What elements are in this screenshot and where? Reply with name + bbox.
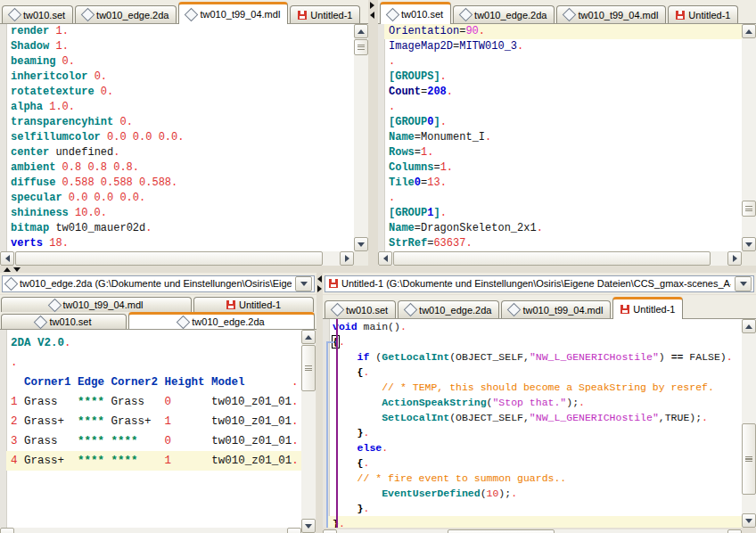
splitter-horizontal[interactable] <box>0 266 756 273</box>
collapse-left-icon[interactable] <box>317 275 322 283</box>
scroll-up-button[interactable] <box>301 330 316 344</box>
scroll-thumb[interactable] <box>354 39 368 55</box>
floppy-icon <box>620 305 629 314</box>
tab-tw010-edge-2da[interactable]: tw010_edge.2da <box>128 312 315 329</box>
collapse-up-icon[interactable] <box>4 267 11 272</box>
diamond-icon <box>563 8 577 22</box>
splitter-vertical-bottom[interactable] <box>316 273 323 533</box>
tab-label: tw010.set <box>23 10 65 20</box>
scroll-thumb[interactable] <box>448 529 555 533</box>
diamond-icon <box>177 315 191 329</box>
tab-tw010-t99-04-mdl[interactable]: tw010_t99_04.mdl <box>556 5 666 23</box>
tab-tw010-edge-2da[interactable]: tw010_edge.2da <box>398 300 499 318</box>
tab-untitled-1[interactable]: Untitled-1 <box>612 297 683 319</box>
code-line: Rows=1. <box>384 145 742 160</box>
scroll-thumb[interactable] <box>393 251 711 266</box>
file-combobox[interactable]: Untitled-1 (G:\Dokumente und Einstellung… <box>325 275 754 292</box>
scroll-left-button[interactable] <box>0 528 14 533</box>
file-path: Untitled-1 (G:\Dokumente und Einstellung… <box>341 278 731 289</box>
scroll-up-button[interactable] <box>742 24 756 38</box>
scroll-right-button[interactable] <box>287 528 301 533</box>
tab-tw010-edge-2da[interactable]: tw010_edge.2da <box>453 5 555 23</box>
scrollbar-horizontal[interactable] <box>0 528 301 533</box>
code-line: Columns=1. <box>384 160 742 176</box>
code-line: . <box>384 54 742 70</box>
tab-tw010-set[interactable]: tw010.set <box>1 314 127 329</box>
code-line: }. <box>328 501 742 516</box>
editor-window: tw010.settw010_edge.2datw010_t99_04.mdlU… <box>0 0 756 533</box>
code-line: // * TEMP, this should become a SpeakStr… <box>328 380 742 395</box>
tab-untitled-1[interactable]: Untitled-1 <box>290 5 360 23</box>
scroll-thumb[interactable] <box>15 251 323 266</box>
scroll-right-button[interactable] <box>340 251 354 266</box>
tab-tw010-edge-2da[interactable]: tw010_edge.2da <box>75 5 177 23</box>
floppy-icon <box>226 300 235 309</box>
code-line: ImageMap2D=MITW010_3. <box>384 39 742 54</box>
collapse-down-icon[interactable] <box>13 267 21 272</box>
code-line: Corner1 Edge Corner2 Height Model . <box>6 373 301 392</box>
code-line: Count=208. <box>384 85 742 100</box>
editor-top-left[interactable]: render 1.Shadow 1.beaming 0.inheritcolor… <box>0 24 354 251</box>
arrow-up-icon <box>357 29 365 34</box>
scroll-left-button[interactable] <box>323 529 337 533</box>
file-combobox[interactable]: tw010_edge.2da (G:\Dokumente und Einstel… <box>2 275 315 292</box>
scroll-up-button[interactable] <box>354 24 368 38</box>
tab-tw010-t99-04-mdl[interactable]: tw010_t99_04.mdl <box>178 2 288 24</box>
tab-label: tw010_t99_04.mdl <box>63 299 144 310</box>
collapse-right-icon[interactable] <box>317 285 322 292</box>
scrollbar-horizontal[interactable] <box>323 529 742 533</box>
scrollbar-vertical[interactable] <box>742 24 756 251</box>
editor-bottom-left[interactable]: 2DA V2.0.. Corner1 Edge Corner2 Height M… <box>0 330 301 533</box>
arrow-down-icon <box>305 524 312 529</box>
scrollbar-horizontal[interactable] <box>0 251 354 266</box>
diamond-icon <box>507 303 522 317</box>
code-line: Orientation=90. <box>384 24 742 39</box>
editor-top-right[interactable]: Orientation=90.ImageMap2D=MITW010_3..[GR… <box>378 24 742 251</box>
scroll-left-button[interactable] <box>0 251 14 266</box>
tab-label: tw010_edge.2da <box>192 316 264 327</box>
diamond-icon <box>4 276 19 291</box>
scroll-thumb[interactable] <box>742 201 756 217</box>
scrollbar-vertical[interactable] <box>354 24 368 251</box>
combo-dropdown-button[interactable] <box>295 276 312 291</box>
scroll-thumb[interactable] <box>742 423 756 495</box>
collapse-right-icon[interactable] <box>370 2 374 9</box>
floppy-icon <box>676 11 685 20</box>
tab-untitled-1[interactable]: Untitled-1 <box>668 5 738 23</box>
scrollbar-vertical[interactable] <box>742 319 756 528</box>
collapse-left-icon[interactable] <box>370 12 374 19</box>
code-line: ActionSpeakString("Stop that.");. <box>328 395 742 410</box>
tab-tw010-set[interactable]: tw010.set <box>325 300 396 318</box>
tab-untitled-1[interactable]: Untitled-1 <box>193 297 314 312</box>
code-line: diffuse 0.588 0.588 0.588. <box>6 176 354 191</box>
combo-dropdown-button[interactable] <box>735 276 752 291</box>
scrollbar-vertical[interactable] <box>301 330 316 533</box>
scroll-thumb[interactable] <box>301 345 316 391</box>
scroll-right-button[interactable] <box>727 529 742 533</box>
arrow-left-icon <box>383 255 388 262</box>
arrow-up-icon <box>305 335 312 340</box>
scroll-left-button[interactable] <box>378 251 392 266</box>
scroll-down-button[interactable] <box>301 519 316 533</box>
scroll-right-button[interactable] <box>727 251 742 266</box>
scrollbar-horizontal[interactable] <box>378 251 742 266</box>
scroll-down-button[interactable] <box>354 237 368 251</box>
diamond-icon <box>459 8 473 22</box>
arrow-down-icon <box>357 242 365 247</box>
scroll-up-button[interactable] <box>742 319 756 333</box>
tab-tw010-set[interactable]: tw010.set <box>2 5 73 23</box>
pane-top-right: tw010.settw010_edge.2datw010_t99_04.mdlU… <box>378 0 756 266</box>
tab-tw010-t99-04-mdl[interactable]: tw010_t99_04.mdl <box>501 300 611 318</box>
tab-tw010-set[interactable]: tw010.set <box>380 2 451 24</box>
scroll-down-button[interactable] <box>742 513 756 528</box>
tab-label: tw010_edge.2da <box>419 305 491 316</box>
tab-tw010-t99-04-mdl[interactable]: tw010_t99_04.mdl <box>1 297 192 312</box>
scroll-down-button[interactable] <box>742 237 756 251</box>
diamond-icon <box>185 7 199 21</box>
splitter-vertical-top[interactable] <box>368 0 378 266</box>
editor-bottom-right[interactable]: void main().{. if (GetLocalInt(OBJECT_SE… <box>323 319 742 528</box>
tab-label: tw010.set <box>49 316 91 327</box>
code-line: center undefined. <box>6 145 354 160</box>
code-line: bitmap tw010_mauer02d. <box>6 221 354 236</box>
pane-bottom-left: tw010_edge.2da (G:\Dokumente und Einstel… <box>0 273 316 533</box>
